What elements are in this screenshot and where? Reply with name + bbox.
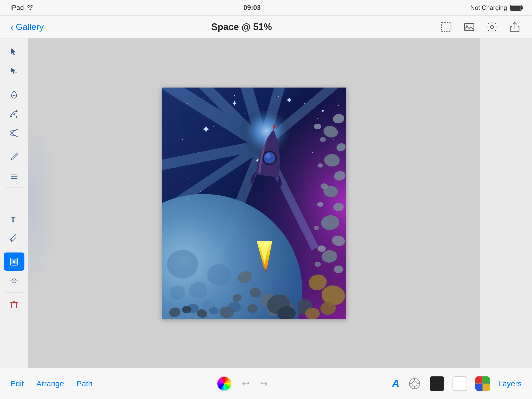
svg-point-81 [207, 264, 231, 285]
select-add-tool-button[interactable]: + [4, 62, 24, 80]
text-format-button[interactable]: A [392, 378, 400, 389]
svg-point-68 [333, 139, 334, 140]
dark-style-button[interactable] [430, 376, 444, 391]
nav-back-group[interactable]: ‹ Gallery [10, 22, 44, 32]
svg-point-60 [214, 126, 214, 127]
svg-point-5 [13, 95, 15, 96]
svg-point-82 [189, 282, 207, 298]
document-title: Space @ 51% [211, 22, 272, 32]
focus-button[interactable] [408, 377, 421, 390]
bottom-center-group: ↩ ↪ [92, 376, 392, 391]
svg-rect-23 [11, 197, 16, 202]
fill-tool-button[interactable] [4, 252, 24, 271]
svg-point-98 [220, 307, 234, 318]
tool-separator-5 [5, 292, 23, 293]
tool-separator-2 [5, 145, 23, 145]
redo-button[interactable]: ↪ [260, 378, 268, 389]
svg-point-9 [13, 113, 15, 115]
bottom-left-group: Edit Arrange Path [10, 379, 92, 388]
nav-bar: ‹ Gallery Space @ 51% [0, 16, 532, 38]
text-tool-button[interactable]: T [4, 210, 24, 228]
scissors-tool-button[interactable] [4, 124, 24, 142]
select-tool-button[interactable] [4, 43, 24, 61]
wifi-icon [26, 4, 34, 11]
canvas-area[interactable] [28, 38, 480, 368]
svg-point-94 [248, 304, 258, 312]
color-wheel-button[interactable] [217, 376, 231, 391]
image-button[interactable] [462, 20, 476, 34]
swatch-blue [475, 384, 483, 391]
svg-point-80 [167, 250, 198, 278]
battery-icon [510, 5, 522, 11]
svg-point-112 [333, 203, 344, 211]
pen-tool-button[interactable] [4, 85, 24, 104]
tool-separator-4 [5, 250, 23, 250]
shape-tool-button[interactable]: , [4, 190, 24, 209]
tool-separator-1 [5, 83, 23, 83]
status-left: iPad [10, 4, 34, 12]
svg-text:+: + [16, 115, 17, 118]
svg-point-105 [305, 308, 320, 319]
svg-point-117 [314, 124, 321, 129]
arrange-button[interactable]: Arrange [36, 379, 64, 388]
svg-point-124 [315, 262, 321, 267]
svg-point-71 [201, 191, 201, 192]
selection-mode-button[interactable] [440, 20, 453, 34]
svg-point-3 [490, 25, 494, 29]
tool-sidebar: + + [0, 38, 28, 368]
svg-text:T: T [11, 215, 16, 223]
svg-point-8 [16, 110, 17, 112]
edit-button[interactable]: Edit [10, 379, 24, 388]
svg-point-69 [312, 152, 313, 153]
svg-point-63 [317, 118, 318, 119]
svg-point-11 [11, 130, 13, 133]
svg-rect-1 [464, 23, 474, 31]
canvas-shadow [28, 112, 57, 294]
svg-point-29 [14, 280, 15, 281]
path-button[interactable]: Path [76, 379, 92, 388]
light-style-button[interactable] [453, 376, 467, 391]
svg-point-121 [317, 202, 323, 207]
svg-point-122 [314, 226, 319, 230]
swatch-button[interactable] [475, 376, 490, 391]
svg-text:+: + [15, 71, 17, 75]
transform-tool-button[interactable] [4, 272, 24, 290]
status-time: 09:03 [243, 4, 261, 12]
brush-tool-button[interactable]: , [4, 148, 24, 166]
svg-point-59 [193, 118, 193, 119]
charging-label: Not Charging [470, 4, 507, 11]
svg-rect-34 [11, 302, 17, 308]
svg-text:,: , [16, 158, 16, 161]
delete-tool-button[interactable] [4, 295, 24, 314]
svg-point-65 [291, 124, 292, 124]
layers-button[interactable]: Layers [498, 379, 522, 388]
gallery-back-button[interactable]: Gallery [16, 22, 44, 32]
svg-text:,: , [16, 201, 16, 204]
svg-point-57 [323, 98, 323, 98]
artwork-canvas[interactable] [162, 88, 346, 319]
undo-button[interactable]: ↩ [242, 378, 250, 389]
swatch-red [475, 376, 483, 384]
main-area: + + [0, 38, 532, 368]
svg-point-61 [182, 139, 183, 140]
svg-point-120 [321, 183, 328, 189]
svg-point-87 [209, 307, 218, 315]
status-right: Not Charging [470, 4, 522, 11]
svg-point-62 [198, 152, 198, 153]
share-button[interactable] [508, 20, 522, 34]
svg-point-132 [182, 306, 191, 313]
svg-point-54 [252, 102, 253, 102]
eraser-tool-button[interactable] [4, 167, 24, 185]
svg-point-7 [10, 116, 12, 117]
svg-point-116 [334, 265, 343, 273]
bottom-bar: Edit Arrange Path ↩ ↪ A [0, 368, 532, 399]
settings-button[interactable] [485, 20, 499, 34]
svg-point-50 [187, 103, 188, 104]
bottom-right-group: A Layers [392, 376, 522, 391]
tool-separator-3 [5, 188, 23, 188]
node-edit-tool-button[interactable]: + [4, 105, 24, 123]
swatch-yellow [483, 384, 490, 391]
svg-point-118 [320, 137, 326, 142]
eyedropper-tool-button[interactable] [4, 229, 24, 247]
svg-rect-0 [442, 22, 451, 32]
